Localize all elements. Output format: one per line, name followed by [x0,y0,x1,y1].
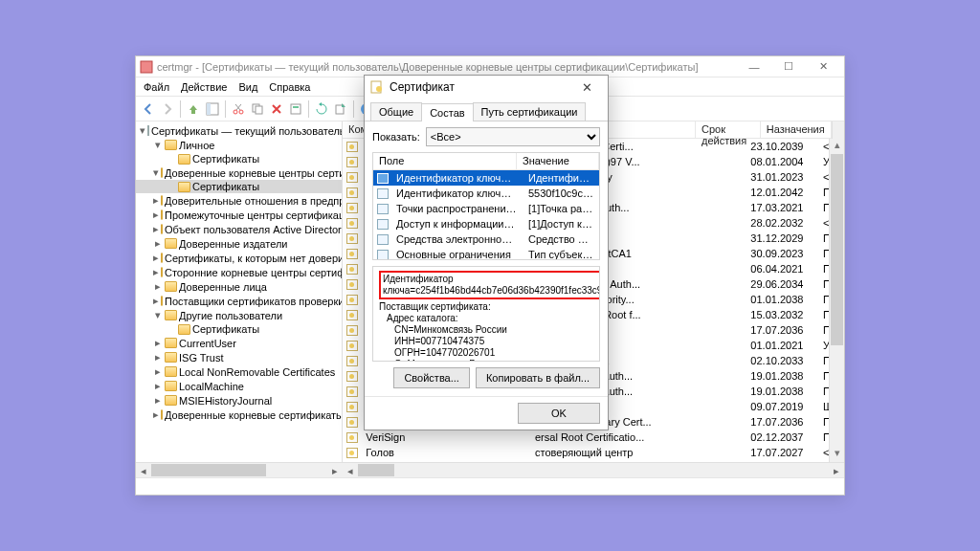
export-icon[interactable] [332,100,349,118]
field-row[interactable]: Основные ограниченияТип субъекта= [373,247,599,260]
detail-line: O=Минкомсвязь России [379,359,593,362]
svg-rect-7 [291,104,301,114]
dialog-titlebar: Сертификат ✕ [365,76,608,99]
tree-node[interactable]: Сертификаты [136,152,342,165]
tree-node[interactable]: Сертификаты [136,322,342,336]
tree-node[interactable]: ▸Сертификаты, к которым нет доверия [136,251,342,265]
field-icon [377,234,389,245]
col-expiry[interactable]: Срок действия [696,121,761,138]
field-row[interactable]: Идентификатор ключа центра сертификатовИ… [373,170,599,186]
close-button[interactable]: ✕ [806,56,840,77]
certificate-icon [346,218,358,229]
delete-icon[interactable] [268,100,285,118]
certificate-icon [346,325,358,336]
certificate-icon [346,279,358,290]
tree-node[interactable]: Сертификаты [136,180,342,193]
svg-point-13 [376,86,382,92]
tab-path[interactable]: Путь сертификации [473,102,587,121]
col-purpose[interactable]: Назначения [761,121,832,138]
tree-root[interactable]: ▾Сертификаты — текущий пользователь [136,123,342,138]
field-row[interactable]: Точки распространения списков отзыва (CR… [373,201,599,216]
tree-node[interactable]: ▸Доверительные отношения в предприятии [136,193,342,208]
copy-to-file-button[interactable]: Копировать в файл... [476,367,600,388]
tree-node[interactable]: ▸Local NonRemovable Certificates [136,364,342,379]
tree-node[interactable]: ▸CurrentUser [136,336,342,350]
tree-horizontal-scrollbar[interactable]: ◂ ▸ [136,462,343,477]
forward-icon[interactable] [159,100,176,118]
properties-button[interactable]: Свойства... [393,367,469,388]
certificate-icon [346,203,358,213]
show-select[interactable]: <Все> [426,127,600,146]
maximize-button[interactable]: ☐ [771,56,806,77]
certificate-icon [346,157,358,167]
back-icon[interactable] [140,100,157,118]
statusbar [136,477,844,495]
dialog-title: Сертификат [390,80,455,94]
dialog-tabs: Общие Состав Путь сертификации [365,99,608,121]
field-icon [377,188,389,199]
field-detail[interactable]: Идентификатор ключа=c254f1b46bd44cb7e06d… [372,266,600,362]
detail-line: ИНН=007710474375 [379,336,593,347]
certificate-icon [346,233,358,244]
window-title: certmgr - [Сертификаты — текущий пользов… [157,61,737,73]
certificate-icon [346,448,358,458]
tab-details[interactable]: Состав [421,103,473,121]
table-row[interactable]: VeriSignersal Root Certificatio...02.12.… [343,430,829,445]
refresh-icon[interactable] [313,100,330,118]
properties-icon[interactable] [287,100,304,118]
table-row[interactable]: Головстоверяющий центр17.07.2027<Все> [343,445,829,460]
tree-node[interactable]: ▸Доверенные корневые сертификаты смарт-к… [136,408,342,422]
field-row[interactable]: Средства электронной подписи и УЦ издате… [373,231,599,247]
dialog-close-button[interactable]: ✕ [571,80,602,95]
certificate-icon [346,172,358,183]
tree-node[interactable]: ▾Личное [136,138,342,152]
detail-line: Адрес каталога: [379,313,593,324]
tree-node[interactable]: ▸Сторонние корневые центры сертификации [136,265,342,279]
svg-rect-6 [256,106,262,114]
tree-node[interactable]: ▾Доверенные корневые центры сертификации [136,165,342,180]
cut-icon[interactable] [230,100,247,118]
fields-list[interactable]: Поле Значение Идентификатор ключа центра… [372,152,600,260]
certificate-icon [346,142,358,152]
ok-button[interactable]: OK [518,403,600,424]
certificate-icon [346,249,358,259]
menu-file[interactable]: Файл [144,81,169,93]
certificate-icon [346,386,358,397]
horizontal-scrollbar[interactable]: ◂ ▸ [343,462,844,477]
up-icon[interactable] [185,100,202,118]
certificate-icon [346,432,358,443]
menu-view[interactable]: Вид [238,81,257,93]
tree-node[interactable]: ▸LocalMachine [136,379,342,393]
svg-point-3 [234,110,237,114]
col-value[interactable]: Значение [517,153,599,169]
tab-general[interactable]: Общие [370,102,422,121]
tree-node[interactable]: ▾Другие пользователи [136,308,342,322]
menu-action[interactable]: Действие [181,81,227,93]
tree-node[interactable]: ▸Доверенные лица [136,279,342,294]
svg-rect-8 [293,106,299,108]
highlighted-key-id: Идентификатор ключа=c254f1b46bd44cb7e06d… [379,271,600,299]
tree-node[interactable]: ▸MSIEHistoryJournal [136,393,342,408]
tree-node[interactable]: ▸Объект пользователя Active Directory [136,222,342,236]
svg-point-4 [239,110,243,114]
minimize-button[interactable]: — [737,56,771,77]
menu-help[interactable]: Справка [269,81,310,93]
show-tree-icon[interactable] [204,100,221,118]
field-row[interactable]: Идентификатор ключа субъекта5530f10c9c77… [373,186,599,201]
tree-node[interactable]: ▸Доверенные издатели [136,236,342,251]
tree-node[interactable]: ▸Поставщики сертификатов проверки подлин… [136,294,342,308]
copy-icon[interactable] [249,100,266,118]
detail-line: CN=Минкомсвязь России [379,324,593,336]
col-field[interactable]: Поле [373,153,517,169]
show-label: Показать: [372,131,420,143]
certificate-icon [346,264,358,275]
vertical-scrollbar[interactable]: ▴ ▾ [829,139,844,462]
tree-node[interactable]: ▸ISG Trust [136,350,342,364]
certificate-icon [346,371,358,382]
certificate-dialog: Сертификат ✕ Общие Состав Путь сертифика… [364,75,609,430]
certificate-icon [346,310,358,320]
certificate-icon [346,295,358,305]
field-row[interactable]: Доступ к информации о центрах сертифика.… [373,216,599,231]
certificate-icon [346,341,358,351]
tree-node[interactable]: ▸Промежуточные центры сертификации [136,208,342,222]
